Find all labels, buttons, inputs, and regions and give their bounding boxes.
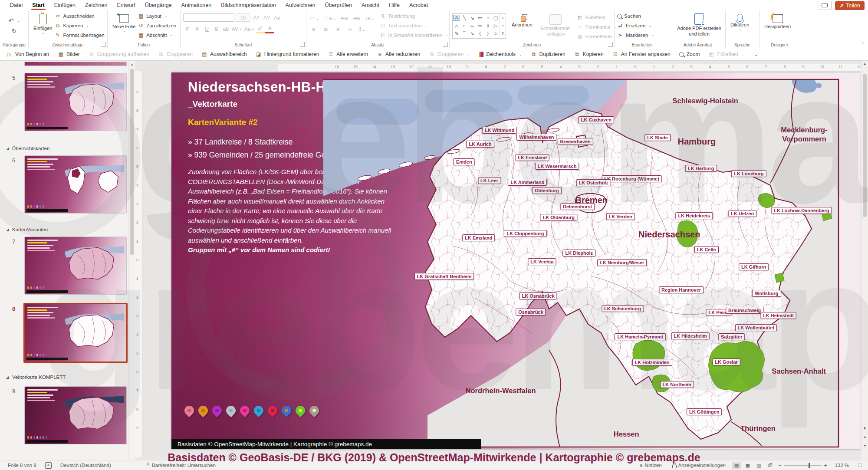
map-pin-icon-10[interactable] (309, 405, 320, 421)
layout-button[interactable]: ▤Layout⌄ (138, 12, 176, 20)
italic-icon[interactable]: K (193, 25, 202, 33)
map-pin-icon-8[interactable] (281, 405, 293, 421)
adobe-pdf-button[interactable]: Adobe PDF erstellen und teilen (673, 12, 726, 37)
map-graphic[interactable]: Schleswig-HolsteinMecklenburg- Vorpommer… (323, 72, 861, 449)
arrow-icon[interactable]: ↘ (468, 14, 476, 21)
kopieren-button[interactable]: ⧉Kopieren (570, 49, 608, 59)
grow-font-icon[interactable]: A˄ (252, 14, 261, 22)
zoom-slider[interactable]: − + (779, 463, 827, 468)
district-label-wolfsburg[interactable]: Wolfsburg (752, 290, 781, 297)
zoom-level[interactable]: 132 % (830, 463, 853, 468)
district-label-lk-helmstedt[interactable]: LK Helmstedt (760, 312, 796, 319)
zoom-in-icon[interactable]: + (824, 463, 827, 468)
section-header[interactable]: Übersichtskarten (6, 146, 49, 151)
arrow-right-icon[interactable]: ⇨ (476, 22, 484, 29)
menu-tab-start[interactable]: Start (27, 0, 49, 10)
indent-icon[interactable]: ⇥≡ (352, 14, 361, 22)
zeichentools-button[interactable]: Zeichentools⌄ (475, 49, 526, 59)
oval-icon[interactable]: ○ (484, 14, 492, 21)
district-label-braunschweig[interactable]: Braunschweig (726, 307, 763, 314)
scrollbar-thumb[interactable] (863, 74, 867, 217)
collapse-ribbon-icon[interactable]: ⌃ (861, 42, 865, 46)
arc-icon[interactable]: ⌒ (460, 30, 468, 37)
gruppierung-aufheben-button[interactable]: ⧉Gruppierung aufheben (85, 49, 153, 59)
undo-button[interactable]: ↶⌄ (8, 16, 20, 25)
accessibility-status[interactable]: Barrierefreiheit: Untersuchen (141, 463, 220, 468)
district-label-lk-wolfenbüttel[interactable]: LK Wolfenbüttel (735, 324, 777, 331)
district-label-lk-nienburg-weser[interactable]: LK Nienburg/Weser (597, 259, 647, 266)
clear-format-icon[interactable]: A⌀ (273, 14, 282, 22)
von-beginn-an-button[interactable]: ▷Von Beginn an (3, 49, 53, 59)
outdent-icon[interactable]: ⇤≡ (339, 14, 349, 22)
arrange-button[interactable]: Anordnen⌄ (510, 13, 535, 32)
slide-4-thumbnail-edge[interactable] (24, 62, 127, 66)
arrow-down-icon[interactable]: ⇩ (484, 22, 492, 29)
auswahlbereich-button[interactable]: ▤Auswahlbereich (197, 49, 251, 59)
brace-right-icon[interactable]: } (484, 30, 492, 37)
zoom-button[interactable]: Zoom (675, 49, 704, 59)
overflow-button[interactable]: ⌄ (750, 49, 763, 59)
change-case-icon[interactable]: Aa⌄ (243, 25, 255, 33)
district-label-lk-wesermarsch[interactable]: LK Wesermarsch (535, 163, 579, 170)
menu-tab-acrobat[interactable]: Acrobat (404, 0, 433, 10)
scribble-icon[interactable]: ✎ (453, 30, 460, 37)
district-label-lk-uelzen[interactable]: LK Uelzen (728, 210, 756, 217)
align-left-icon[interactable]: ≡ (309, 26, 318, 33)
align-center-icon[interactable]: ≅ (321, 26, 330, 33)
menu-tab-überprüfen[interactable]: Überprüfen (320, 0, 357, 10)
callout-icon[interactable]: ▷ (492, 22, 500, 29)
new-slide-button[interactable]: Neue Folie⌄ (110, 12, 138, 39)
drawing-dialog-launcher-icon[interactable] (608, 42, 613, 47)
shrink-font-icon[interactable]: A˅ (262, 14, 271, 22)
district-label-lk-oldenburg[interactable]: LK Oldenburg (540, 214, 577, 221)
replace-button[interactable]: ⇄Ersetzen⌄ (617, 22, 667, 30)
map-pin-icon-7[interactable] (267, 405, 279, 421)
copy-button[interactable]: ⧉Kopieren⌄ (54, 22, 104, 30)
design-ideas-button[interactable]: Designideen (762, 12, 793, 30)
normal-view-icon[interactable]: ▤ (732, 462, 741, 469)
select-button[interactable]: ➢Markieren⌄ (617, 31, 667, 39)
district-label-lk-heidekreis[interactable]: LK Heidekreis (676, 212, 713, 219)
previous-slide-icon[interactable]: ⏶ (861, 435, 868, 440)
star-icon[interactable]: ☆ (492, 30, 500, 37)
district-label-lk-schaumburg[interactable]: LK Schaumburg (602, 305, 644, 312)
alle-reduzieren-button[interactable]: ≡Alle reduzieren (373, 49, 424, 59)
menu-tab-übergänge[interactable]: Übergänge (140, 0, 177, 10)
char-spacing-icon[interactable]: AV⌄ (231, 25, 243, 33)
district-label-lk-diepholz[interactable]: LK Diepholz (563, 250, 596, 256)
gruppieren-button[interactable]: ⧉Gruppieren⌄ (425, 49, 474, 59)
numbering-icon[interactable]: ⋮≡⌄ (323, 14, 337, 22)
spellcheck-status[interactable]: A (41, 462, 56, 469)
elbow-icon[interactable]: ⌐ (460, 22, 468, 29)
dictate-button[interactable]: Diktieren⌄ (728, 12, 751, 32)
menu-tab-zeichnen[interactable]: Zeichnen (80, 0, 112, 10)
align-text-button[interactable]: ⊟Text ausrichten⌄ (379, 22, 448, 30)
district-label-lk-hildesheim[interactable]: LK Hildesheim (671, 332, 709, 339)
redo-button[interactable]: ↻ (12, 26, 17, 35)
next-slide-icon[interactable]: ⏷ (861, 444, 868, 448)
district-label-lk-osnabrück[interactable]: LK Osnabrück (519, 293, 557, 299)
display-settings-button[interactable]: Anzeigeeinstellungen (668, 463, 730, 468)
textbox-icon[interactable]: A (453, 15, 460, 21)
round-rect-icon[interactable]: ▢ (492, 14, 500, 21)
smartart-button[interactable]: ⬱In SmartArt konvertieren⌄ (379, 31, 448, 39)
cut-button[interactable]: ✂Ausschneiden (54, 12, 104, 20)
district-label-wilhelmshaven[interactable]: Wilhelmshaven (516, 134, 556, 141)
bold-icon[interactable]: F (183, 25, 192, 33)
slide-thumbnail-8[interactable] (23, 303, 128, 363)
map-pin-icon-9[interactable] (295, 405, 306, 421)
map-pin-icon-2[interactable] (197, 405, 209, 421)
section-header[interactable]: Vektorkarte KOMPLETT (6, 375, 66, 380)
menu-tab-ansicht[interactable]: Ansicht (357, 0, 384, 10)
font-dialog-launcher-icon[interactable] (300, 42, 305, 47)
paragraph-dialog-launcher-icon[interactable] (443, 42, 448, 47)
menu-tab-datei[interactable]: Datei (5, 0, 27, 10)
duplizieren-button[interactable]: ⧉Duplizieren (527, 49, 569, 59)
slide-thumbnail-9[interactable] (24, 386, 127, 444)
district-label-lk-hameln-pyrmont[interactable]: LK Hameln-Pyrmont (615, 333, 666, 340)
sidebar-scrollbar[interactable]: ▲ (128, 61, 135, 460)
menu-tab-animationen[interactable]: Animationen (177, 0, 217, 10)
font-color-icon[interactable]: A (265, 24, 274, 33)
horizontal-ruler[interactable]: 1615141312111098765432101234567891011121… (278, 64, 868, 71)
district-label-lk-vechta[interactable]: LK Vechta (528, 258, 556, 265)
